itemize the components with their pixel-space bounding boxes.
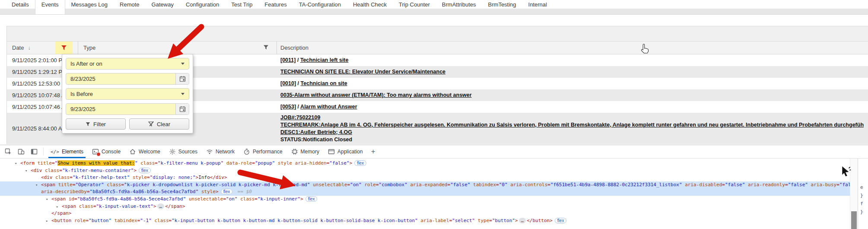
devtools-tab-elements[interactable]: </>Elements bbox=[46, 145, 88, 158]
description-link[interactable]: DESC1:Außer Betrieb; 4.OG bbox=[280, 129, 352, 135]
filter-button[interactable]: Filter bbox=[66, 118, 126, 130]
expand-ellipsis-button[interactable]: … bbox=[519, 218, 526, 223]
devtools-code-line[interactable]: ▾<div class="k-filter-menu-container">fl… bbox=[0, 167, 850, 175]
tab-brmattributes[interactable]: BrmAttributes bbox=[436, 0, 482, 14]
description-link[interactable]: Technician left site bbox=[300, 57, 349, 63]
code-token: span bbox=[57, 210, 69, 216]
code-token: = bbox=[254, 196, 258, 202]
tab-brmtesting[interactable]: BrmTesting bbox=[482, 0, 522, 14]
column-header-type[interactable]: Type bbox=[78, 41, 277, 54]
description-cell: [0011] / Technician left site bbox=[277, 57, 868, 64]
tab-messages-log[interactable]: Messages Log bbox=[65, 0, 114, 14]
column-header-description[interactable]: Description bbox=[277, 41, 868, 54]
devtools-tab-performance[interactable]: Performance bbox=[239, 145, 287, 158]
date-input-2-field[interactable] bbox=[66, 106, 175, 112]
code-token: title bbox=[55, 182, 73, 188]
code-token: aria-disabled bbox=[682, 182, 722, 188]
devtools-tab-application[interactable]: Application bbox=[324, 145, 367, 158]
more-tabs-button[interactable]: + bbox=[367, 147, 379, 156]
tree-toggle-icon[interactable]: ▾ bbox=[46, 196, 51, 203]
devtools-tab-sources[interactable]: Sources bbox=[165, 145, 202, 158]
code-token: > bbox=[300, 196, 303, 202]
column-header-date[interactable]: Date ↓ bbox=[7, 41, 78, 54]
code-token: style bbox=[275, 160, 292, 166]
description-link[interactable]: 0035-Alarm without answer (ETMA/TAM): To… bbox=[280, 92, 472, 98]
devtools-code-line[interactable]: ▾<span id="b8a50fc5-fd9a-4a86-b56a-5ece4… bbox=[0, 196, 850, 203]
code-token: "select" bbox=[452, 218, 475, 223]
expand-ellipsis-button[interactable]: … bbox=[157, 204, 165, 209]
code-token: "k-input-inner" bbox=[258, 196, 300, 202]
clear-button[interactable]: Clear bbox=[129, 118, 189, 130]
description-link[interactable]: Alarm without Answer bbox=[300, 104, 357, 110]
description-line: TECHREMARK:Anlage AB im 4. OG, Fehlerspe… bbox=[280, 121, 868, 129]
description-link[interactable]: JOB#:75022109 bbox=[280, 114, 320, 121]
description-link[interactable]: TECHNICIAN ON SITE ELE: Elevator Under S… bbox=[280, 69, 445, 75]
tree-toggle-icon[interactable]: ▸ bbox=[56, 203, 62, 210]
code-token: id bbox=[66, 196, 74, 202]
code-token: "k-filter-menu k-popup" bbox=[158, 160, 223, 166]
console-error-badge bbox=[96, 152, 101, 156]
code-token: aria-expanded bbox=[407, 182, 448, 188]
devtools-code-line[interactable]: </span> bbox=[0, 210, 850, 217]
tree-toggle-icon[interactable]: ▾ bbox=[15, 160, 20, 167]
devtools-tab-network[interactable]: Network bbox=[202, 145, 239, 158]
tab-internal[interactable]: Internal bbox=[522, 0, 553, 14]
tab-test-trip[interactable]: Test Trip bbox=[225, 0, 258, 14]
devtools-code-line[interactable]: ▸<button role="button" tabindex="-1" cla… bbox=[0, 217, 850, 225]
date-input-1-field[interactable] bbox=[66, 76, 175, 82]
tab-remote[interactable]: Remote bbox=[114, 0, 146, 14]
devtools-tab-memory[interactable]: Memory bbox=[287, 145, 324, 158]
tab-health-check[interactable]: Health Check bbox=[347, 0, 393, 14]
tab-configuration[interactable]: Configuration bbox=[180, 0, 225, 14]
tab-details[interactable]: Details bbox=[6, 0, 35, 14]
description-link[interactable]: [0010] bbox=[280, 80, 296, 86]
code-token: </ bbox=[165, 204, 171, 209]
devtools-elements-tree: ▾<form title="Show items with value that… bbox=[0, 159, 850, 229]
description-link[interactable]: Technician on site bbox=[301, 80, 347, 86]
devtools-code-line[interactable]: ▸<span class="k-input-value-text">…</spa… bbox=[0, 203, 850, 210]
calendar-button-2[interactable] bbox=[175, 104, 189, 114]
devtools-tab-console[interactable]: Console bbox=[88, 145, 125, 158]
description-line: JOB#:75022109 bbox=[280, 114, 868, 121]
devtools-code-line[interactable]: ▾<form title="Show items with value that… bbox=[0, 160, 850, 167]
calendar-icon bbox=[179, 76, 186, 82]
inspect-icon[interactable] bbox=[3, 146, 14, 157]
description-link[interactable]: TECHREMARK:Anlage AB im 4. OG, Fehlerspe… bbox=[280, 122, 864, 128]
tab-ta-configuration[interactable]: TA-Configuration bbox=[293, 0, 347, 14]
code-token: tabindex bbox=[111, 218, 137, 223]
tree-toggle-icon[interactable]: ▾ bbox=[25, 167, 31, 175]
calendar-button-1[interactable] bbox=[175, 73, 189, 84]
operator-dropdown-2[interactable]: Is Before bbox=[66, 88, 189, 100]
tab-features[interactable]: Features bbox=[258, 0, 293, 14]
type-filter-button[interactable] bbox=[263, 45, 269, 51]
devtools-code-line[interactable]: <div class="k-filter-help-text" style="d… bbox=[0, 174, 850, 181]
dock-side-icon[interactable] bbox=[29, 146, 40, 157]
scrollbar-thumb[interactable] bbox=[851, 211, 857, 229]
chevron-down-icon bbox=[181, 63, 184, 65]
tab-trip-counter[interactable]: Trip Counter bbox=[393, 0, 436, 14]
network-icon bbox=[206, 148, 213, 155]
date-filter-button[interactable] bbox=[55, 41, 73, 54]
devtools-tab-label: Performance bbox=[253, 149, 283, 155]
description-link[interactable]: [0011] bbox=[280, 57, 296, 63]
tab-gateway[interactable]: Gateway bbox=[146, 0, 180, 14]
code-token: "-1" bbox=[140, 218, 152, 223]
devtools-tab-welcome[interactable]: Welcome bbox=[125, 145, 165, 158]
code-token: "display: none;" bbox=[150, 175, 196, 180]
device-toolbar-icon[interactable] bbox=[16, 146, 27, 157]
code-token: "b8a50fc5-fd9a-4a86-b56a-5ece4ac7afbd" bbox=[90, 189, 199, 194]
devtools-code-line[interactable]: aria-describedby="b8a50fc5-fd9a-4a86-b56… bbox=[0, 188, 850, 196]
code-token: < bbox=[20, 160, 23, 166]
tree-toggle-icon[interactable]: ▾ bbox=[35, 181, 41, 189]
styles-pane-text-fragment: } bbox=[860, 209, 868, 217]
code-token: "k-picker k-dropdownlist k-picker-solid … bbox=[124, 182, 310, 188]
date-input-2 bbox=[66, 103, 189, 115]
code-token: > bbox=[515, 218, 518, 223]
tab-events[interactable]: Events bbox=[35, 0, 65, 14]
tree-toggle-icon[interactable]: ▸ bbox=[46, 217, 51, 225]
operator-dropdown-1[interactable]: Is After or on bbox=[66, 58, 189, 70]
description-link[interactable]: [0053] bbox=[280, 104, 296, 110]
flex-badge: flex bbox=[305, 196, 318, 202]
devtools-code-line[interactable]: ▾<span title="Operator" class="k-picker … bbox=[0, 181, 850, 189]
code-token: "k-filter-help-text" bbox=[73, 175, 130, 180]
